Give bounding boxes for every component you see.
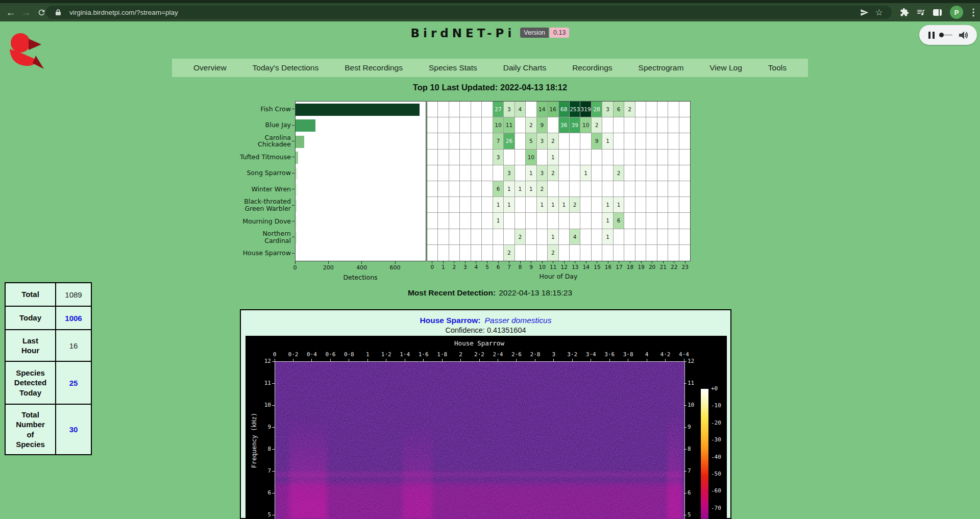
heatmap-cell bbox=[679, 133, 690, 149]
heatmap-cell bbox=[602, 181, 613, 197]
spectrogram-freq-label-left: 12 bbox=[256, 358, 271, 364]
heatmap-cell bbox=[668, 165, 679, 181]
bar bbox=[296, 200, 297, 212]
heatmap-cell: 4 bbox=[515, 102, 526, 117]
hour-tick-label: 6 bbox=[493, 264, 504, 270]
pause-button[interactable] bbox=[928, 32, 935, 39]
heatmap-cell: 1 bbox=[493, 213, 504, 229]
heatmap-cell bbox=[493, 165, 504, 181]
hour-tick-label: 2 bbox=[449, 264, 460, 270]
stats-value-link[interactable]: 30 bbox=[56, 405, 91, 454]
heatmap-cell bbox=[592, 181, 602, 197]
spectrogram-freq-tick bbox=[272, 427, 275, 428]
hour-tick-label: 21 bbox=[657, 264, 669, 270]
detection-species-line: House Sparrow:Passer domesticus bbox=[241, 316, 730, 325]
hour-tick bbox=[498, 261, 499, 263]
heatmap-cell bbox=[602, 117, 613, 133]
species-link[interactable]: House Sparrow: bbox=[420, 316, 481, 325]
recent-detection-value: 2022-04-13 18:15:23 bbox=[499, 288, 572, 297]
heatmap-cell bbox=[592, 150, 602, 165]
volume-icon[interactable] bbox=[958, 31, 968, 40]
heatmap-cell bbox=[592, 197, 602, 213]
heatmap-cell bbox=[570, 165, 580, 181]
heatmap-cell bbox=[559, 181, 570, 197]
heatmap-cell bbox=[471, 117, 482, 133]
stats-row: Species Detected Today25 bbox=[6, 361, 91, 404]
spectrogram-time-tick bbox=[368, 359, 368, 361]
spectrogram-freq-label-right: 10 bbox=[688, 402, 703, 408]
bar-chart-panel bbox=[295, 101, 426, 261]
nav-item-overview[interactable]: Overview bbox=[193, 63, 227, 72]
heatmap-cell bbox=[668, 197, 679, 213]
stats-value-link[interactable]: 1006 bbox=[56, 307, 91, 329]
heatmap-cell bbox=[438, 197, 449, 213]
heatmap-cell bbox=[592, 213, 602, 229]
heatmap-cell bbox=[482, 117, 493, 133]
heatmap-cell: 1 bbox=[602, 133, 613, 149]
nav-item-recordings[interactable]: Recordings bbox=[572, 63, 612, 72]
spectrogram-time-label: 0·8 bbox=[339, 351, 359, 358]
heatmap-cell bbox=[438, 245, 449, 261]
spectrogram-time-label: 4·2 bbox=[655, 351, 676, 358]
nav-item-today-s-detections[interactable]: Today's Detections bbox=[253, 63, 319, 72]
recent-detection-label: Most Recent Detection: bbox=[408, 288, 496, 297]
heatmap-cell bbox=[449, 150, 460, 165]
heatmap-cell bbox=[646, 133, 657, 149]
heatmap-cell bbox=[526, 245, 536, 261]
heatmap-cell: 36 bbox=[559, 117, 570, 133]
spectrogram-freq-tick bbox=[684, 493, 687, 493]
heatmap-cell bbox=[515, 150, 526, 165]
spectrogram-time-label: 1·6 bbox=[413, 351, 434, 358]
hour-tick bbox=[652, 261, 652, 263]
heatmap-cell bbox=[679, 165, 690, 181]
heatmap-cell bbox=[614, 133, 624, 149]
heatmap-cell bbox=[559, 213, 570, 229]
spectrogram-freq-label-right: 6 bbox=[688, 489, 703, 496]
heatmap-cell bbox=[646, 150, 657, 165]
heatmap-cell: 1 bbox=[602, 229, 613, 245]
spectrogram-freq-label-right: 5 bbox=[688, 511, 703, 518]
spectrogram-time-label: 2·8 bbox=[525, 351, 545, 358]
nav-item-tools[interactable]: Tools bbox=[768, 63, 787, 72]
heatmap-cell bbox=[580, 150, 591, 165]
heatmap-cell bbox=[482, 165, 493, 181]
heatmap-cell bbox=[471, 197, 482, 213]
heatmap-cell bbox=[427, 245, 438, 261]
heatmap-cell: 1 bbox=[515, 181, 526, 197]
version-value: 0.13 bbox=[550, 28, 569, 38]
heatmap-cell: 26 bbox=[504, 133, 514, 149]
stats-value-link[interactable]: 25 bbox=[56, 362, 91, 404]
heatmap-cell bbox=[668, 102, 679, 117]
species-label: House Sparrow bbox=[231, 245, 291, 261]
spectrogram-colorbar-label: -70 bbox=[711, 505, 727, 511]
bar bbox=[296, 232, 297, 244]
heatmap-cell bbox=[624, 181, 635, 197]
heatmap-cell bbox=[679, 245, 690, 261]
heatmap-cell bbox=[449, 181, 460, 197]
heatmap-cell bbox=[646, 197, 657, 213]
nav-item-best-recordings[interactable]: Best Recordings bbox=[345, 63, 403, 72]
spectrogram-freq-tick bbox=[684, 405, 687, 406]
hour-tick-label: 8 bbox=[514, 264, 526, 270]
audio-player[interactable] bbox=[919, 25, 977, 45]
heatmap-cell bbox=[646, 102, 657, 117]
audio-seek-slider[interactable] bbox=[940, 34, 952, 36]
hour-tick bbox=[509, 261, 509, 263]
nav-item-spectrogram[interactable]: Spectrogram bbox=[639, 63, 684, 72]
heatmap-cell bbox=[471, 165, 482, 181]
x-tick-label: 200 bbox=[315, 264, 341, 271]
species-label: Carolina Chickadee bbox=[231, 133, 291, 149]
species-label: Winter Wren bbox=[231, 181, 291, 197]
bar bbox=[296, 167, 298, 180]
spectrogram-freq-label-right: 8 bbox=[688, 446, 703, 452]
y-tick bbox=[292, 221, 295, 221]
heatmap-cell bbox=[679, 102, 690, 117]
spectrogram-time-label: 0·2 bbox=[283, 351, 303, 358]
hour-tick-label: 14 bbox=[580, 264, 592, 270]
heatmap-cell: 39 bbox=[570, 117, 580, 133]
nav-item-species-stats[interactable]: Species Stats bbox=[429, 63, 477, 72]
nav-item-daily-charts[interactable]: Daily Charts bbox=[503, 63, 546, 72]
heatmap-cell: 14 bbox=[537, 102, 548, 117]
nav-item-view-log[interactable]: View Log bbox=[709, 63, 742, 72]
heatmap-cell bbox=[657, 245, 668, 261]
